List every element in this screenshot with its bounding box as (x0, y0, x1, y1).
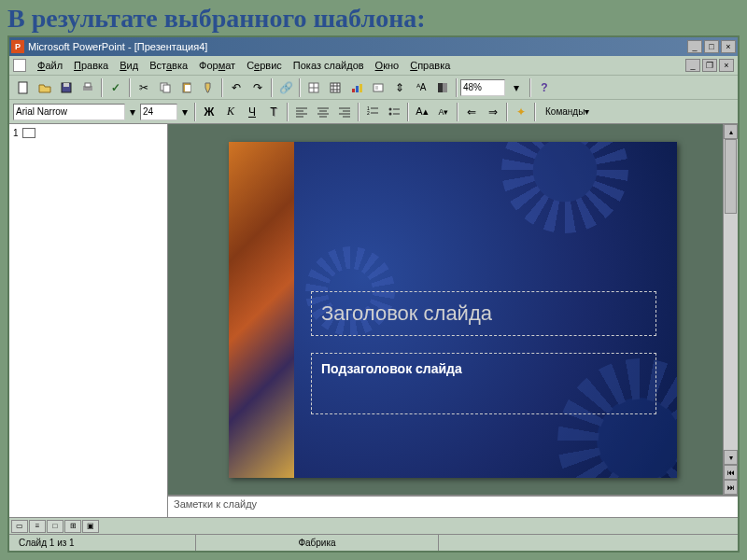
separator (534, 103, 536, 121)
numbering-button[interactable]: 12 (362, 102, 383, 122)
sorter-view-button[interactable]: ⊞ (64, 520, 81, 533)
new-slide-button[interactable] (368, 77, 388, 98)
separator (506, 103, 508, 121)
outline-view-button[interactable]: ≡ (29, 520, 46, 533)
svg-point-42 (389, 112, 392, 115)
menu-insert[interactable]: Вставка (148, 60, 190, 71)
notes-pane[interactable]: Заметки к слайду (168, 495, 738, 517)
shadow-button[interactable]: T (263, 102, 284, 122)
outline-pane[interactable]: 1 (9, 124, 168, 517)
size-dropdown-button[interactable]: ▾ (178, 102, 191, 122)
separator (407, 103, 409, 121)
commands-button[interactable]: Команды ▾ (539, 102, 596, 122)
font-size-select[interactable] (140, 104, 177, 120)
slide[interactable]: Заголовок слайда Подзаголовок слайда (229, 142, 677, 478)
separator (271, 78, 273, 97)
child-minimize-button[interactable]: _ (685, 59, 700, 72)
font-dropdown-button[interactable]: ▾ (126, 102, 139, 122)
separator (299, 78, 301, 97)
new-button[interactable] (13, 77, 34, 98)
next-slide-button[interactable]: ⏭ (724, 480, 738, 495)
child-restore-button[interactable]: ❐ (702, 59, 717, 72)
menu-file[interactable]: Файл (35, 60, 64, 71)
insert-table-button[interactable] (325, 77, 345, 98)
menu-bar: Файл Правка Вид Вставка Формат Сервис По… (9, 56, 738, 75)
slide-canvas[interactable]: Заголовок слайда Подзаголовок слайда ▴ ▾… (168, 124, 738, 495)
separator (194, 103, 196, 121)
print-button[interactable] (78, 77, 98, 98)
copy-button[interactable] (155, 77, 176, 98)
svg-rect-6 (163, 85, 170, 92)
open-button[interactable] (35, 77, 55, 98)
bold-button[interactable]: Ж (199, 102, 219, 122)
scroll-up-button[interactable]: ▴ (724, 124, 738, 139)
gear-decoration (509, 142, 621, 226)
maximize-button[interactable]: □ (704, 40, 719, 53)
separator (358, 103, 359, 121)
increase-font-button[interactable]: A▴ (412, 102, 432, 122)
show-formatting-button[interactable]: ᴬA (411, 77, 431, 98)
align-right-button[interactable] (334, 102, 355, 122)
powerpoint-window: P Microsoft PowerPoint - [Презентация4] … (7, 35, 740, 553)
outline-slide-1[interactable]: 1 (13, 128, 163, 138)
svg-rect-0 (19, 82, 27, 93)
slide-subtitle-placeholder[interactable]: Подзаголовок слайда (311, 353, 656, 414)
demote-button[interactable]: ⇒ (483, 102, 503, 122)
menu-slideshow[interactable]: Показ слайдов (291, 60, 366, 71)
animation-effects-button[interactable]: ✦ (511, 102, 531, 122)
paste-button[interactable] (176, 77, 197, 98)
separator (101, 78, 103, 97)
prev-slide-button[interactable]: ⏮ (724, 465, 738, 480)
menu-format[interactable]: Формат (197, 60, 237, 71)
separator (456, 78, 458, 97)
save-button[interactable] (56, 77, 77, 98)
menu-edit[interactable]: Правка (72, 60, 110, 71)
menu-window[interactable]: Окно (374, 60, 402, 71)
zoom-dropdown-button[interactable]: ▾ (506, 77, 527, 98)
status-slide-info: Слайд 1 из 1 (9, 535, 196, 551)
svg-text:2: 2 (367, 110, 370, 116)
menu-tools[interactable]: Сервис (245, 60, 284, 71)
menu-help[interactable]: Справка (408, 60, 452, 71)
chart-button[interactable] (346, 77, 367, 98)
scroll-down-button[interactable]: ▾ (724, 450, 738, 465)
svg-rect-8 (185, 85, 190, 91)
bullets-button[interactable] (384, 102, 404, 122)
cut-button[interactable]: ✂ (134, 77, 154, 98)
zoom-select[interactable] (460, 79, 505, 96)
status-template-name: Фабрика (196, 535, 439, 551)
align-center-button[interactable] (313, 102, 333, 122)
app-title: Microsoft PowerPoint - [Презентация4] (28, 41, 207, 52)
slideshow-view-button[interactable]: ▣ (82, 520, 99, 533)
grayscale-button[interactable] (432, 77, 453, 98)
template-side-strip (229, 142, 294, 478)
slide-view-button[interactable]: □ (47, 520, 63, 533)
work-area: 1 Заголовок слайда Подзаголовок слайда ▴… (9, 123, 738, 517)
minimize-button[interactable]: _ (687, 40, 702, 53)
close-button[interactable]: × (721, 40, 736, 53)
standard-toolbar: ✓ ✂ ↶ ↷ 🔗 ⇕ ᴬA ▾ ? (9, 75, 738, 99)
expand-button[interactable]: ⇕ (389, 77, 410, 98)
align-left-button[interactable] (291, 102, 312, 122)
child-close-button[interactable]: × (719, 59, 734, 72)
spelling-button[interactable]: ✓ (106, 77, 126, 98)
tables-button[interactable] (303, 77, 324, 98)
slide-title-placeholder[interactable]: Заголовок слайда (311, 291, 656, 336)
promote-button[interactable]: ⇐ (461, 102, 482, 122)
decrease-font-button[interactable]: A▾ (433, 102, 454, 122)
underline-button[interactable]: Ч (242, 102, 262, 122)
redo-button[interactable]: ↷ (247, 77, 268, 98)
scroll-thumb[interactable] (725, 139, 737, 214)
font-name-select[interactable] (13, 104, 125, 120)
vertical-scrollbar[interactable]: ▴ ▾ ⏮ ⏭ (723, 124, 738, 495)
title-bar: P Microsoft PowerPoint - [Презентация4] … (9, 37, 738, 56)
svg-point-40 (389, 107, 392, 110)
format-painter-button[interactable] (198, 77, 218, 98)
help-button[interactable]: ? (534, 77, 555, 98)
undo-button[interactable]: ↶ (226, 77, 247, 98)
svg-rect-2 (63, 83, 69, 87)
normal-view-button[interactable]: ▭ (11, 520, 28, 533)
hyperlink-button[interactable]: 🔗 (275, 77, 296, 98)
italic-button[interactable]: К (220, 102, 241, 122)
menu-view[interactable]: Вид (118, 60, 140, 71)
